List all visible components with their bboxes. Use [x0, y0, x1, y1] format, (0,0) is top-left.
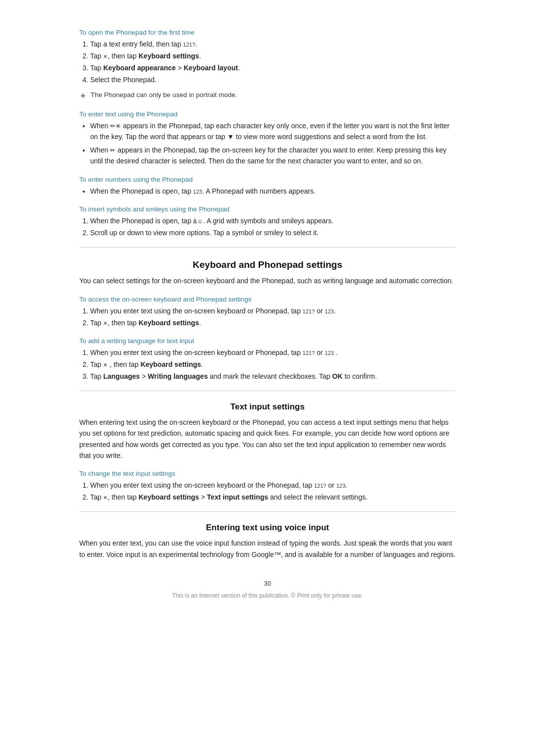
open-phonepad-heading: To open the Phonepad for the first time — [79, 29, 456, 36]
enter-numbers-phonepad-list: When the Phonepad is open, tap 123. A Ph… — [90, 186, 456, 197]
note-row: ✦ The Phonepad can only be used in portr… — [79, 90, 456, 101]
bold-text: Keyboard settings — [141, 360, 201, 368]
list-item: Scroll up or down to view more options. … — [90, 228, 456, 238]
list-item: Tap ✕, then tap Keyboard settings. — [90, 318, 456, 328]
icon-pencil: ✏ — [110, 147, 115, 154]
open-phonepad-list: Tap a text entry field, then tap 121?. T… — [90, 39, 456, 85]
key-123: 123 — [325, 350, 334, 356]
insert-symbols-phonepad-section: To insert symbols and smileys using the … — [79, 205, 456, 238]
enter-text-phonepad-section: To enter text using the Phonepad When ✏︎… — [79, 110, 456, 167]
bold-text: OK — [332, 372, 343, 380]
icon-pencil-star: ✏︎✳ — [110, 122, 121, 130]
key-123: 123 — [336, 483, 345, 489]
keyboard-phonepad-settings-heading: Keyboard and Phonepad settings — [79, 259, 456, 270]
icon-x: ✕ — [103, 495, 107, 501]
symbols-key: &☺ — [193, 218, 203, 225]
list-item: Tap a text entry field, then tap 121?. — [90, 39, 456, 50]
bold-text: Keyboard appearance — [103, 64, 175, 72]
access-keyboard-settings-heading: To access the on-screen keyboard and Pho… — [79, 296, 456, 303]
access-keyboard-settings-list: When you enter text using the on-screen … — [90, 306, 456, 328]
list-item: Tap ✕, then tap Keyboard settings > Text… — [90, 492, 456, 503]
divider — [79, 511, 456, 512]
list-item: Select the Phonepad. — [90, 75, 456, 85]
enter-text-phonepad-list: When ✏︎✳ appears in the Phonepad, tap ea… — [90, 121, 456, 167]
bold-text: Text input settings — [207, 493, 268, 501]
divider — [79, 247, 456, 248]
icon-x: ✕ — [103, 53, 107, 59]
list-item: When you enter text using the on-screen … — [90, 348, 456, 358]
keyboard-phonepad-settings-intro: You can select settings for the on-scree… — [79, 275, 456, 286]
add-writing-language-list: When you enter text using the on-screen … — [90, 348, 456, 382]
change-text-input-settings-section: To change the text input settings When y… — [79, 470, 456, 503]
change-text-input-settings-list: When you enter text using the on-screen … — [90, 480, 456, 503]
insert-symbols-phonepad-list: When the Phonepad is open, tap &☺. A gri… — [90, 216, 456, 238]
key-121: 121? — [183, 42, 195, 48]
note-text: The Phonepad can only be used in portrai… — [91, 90, 237, 100]
list-item: When you enter text using the on-screen … — [90, 306, 456, 316]
icon-x: ✕ — [103, 320, 107, 326]
list-item: When the Phonepad is open, tap &☺. A gri… — [90, 216, 456, 226]
divider — [79, 391, 456, 391]
bold-text: Languages — [103, 372, 140, 380]
enter-numbers-phonepad-section: To enter numbers using the Phonepad When… — [79, 176, 456, 197]
note-icon: ✦ — [79, 91, 87, 101]
add-writing-language-heading: To add a writing language for text input — [79, 337, 456, 345]
footer-text: This is an Internet version of this publ… — [79, 592, 456, 599]
list-item: When ✏︎✳ appears in the Phonepad, tap ea… — [90, 121, 456, 142]
key-121: 121? — [303, 308, 315, 314]
bold-text: Keyboard settings — [139, 493, 199, 501]
change-text-input-settings-heading: To change the text input settings — [79, 470, 456, 477]
open-phonepad-section: To open the Phonepad for the first time … — [79, 29, 456, 101]
icon-x: ✕ — [103, 362, 107, 368]
key-121: 121? — [314, 483, 326, 489]
list-item: Tap Keyboard appearance > Keyboard layou… — [90, 63, 456, 73]
insert-symbols-phonepad-heading: To insert symbols and smileys using the … — [79, 205, 456, 213]
list-item: When the Phonepad is open, tap 123. A Ph… — [90, 186, 456, 197]
bold-text: Keyboard settings — [139, 319, 199, 327]
key-121: 121? — [303, 350, 315, 356]
enter-text-phonepad-heading: To enter text using the Phonepad — [79, 110, 456, 118]
enter-numbers-phonepad-heading: To enter numbers using the Phonepad — [79, 176, 456, 183]
key-123: 123 — [193, 189, 202, 195]
access-keyboard-settings-section: To access the on-screen keyboard and Pho… — [79, 296, 456, 328]
key-123: 123 — [325, 308, 334, 314]
list-item: Tap ✕ , then tap Keyboard settings. — [90, 359, 456, 370]
list-item: Tap ✕, then tap Keyboard settings. — [90, 51, 456, 61]
page-number: 30 — [79, 580, 456, 587]
voice-input-intro: When you enter text, you can use the voi… — [79, 538, 456, 560]
bold-text: Writing languages — [148, 372, 208, 380]
list-item: Tap Languages > Writing languages and ma… — [90, 371, 456, 382]
text-input-settings-heading: Text input settings — [79, 402, 456, 412]
bold-text: Keyboard settings — [139, 52, 199, 60]
voice-input-heading: Entering text using voice input — [79, 523, 456, 533]
list-item: When ✏ appears in the Phonepad, tap the … — [90, 145, 456, 166]
text-input-settings-intro: When entering text using the on-screen k… — [79, 417, 456, 461]
bold-text: Keyboard layout — [184, 64, 238, 72]
add-writing-language-section: To add a writing language for text input… — [79, 337, 456, 382]
list-item: When you enter text using the on-screen … — [90, 480, 456, 491]
